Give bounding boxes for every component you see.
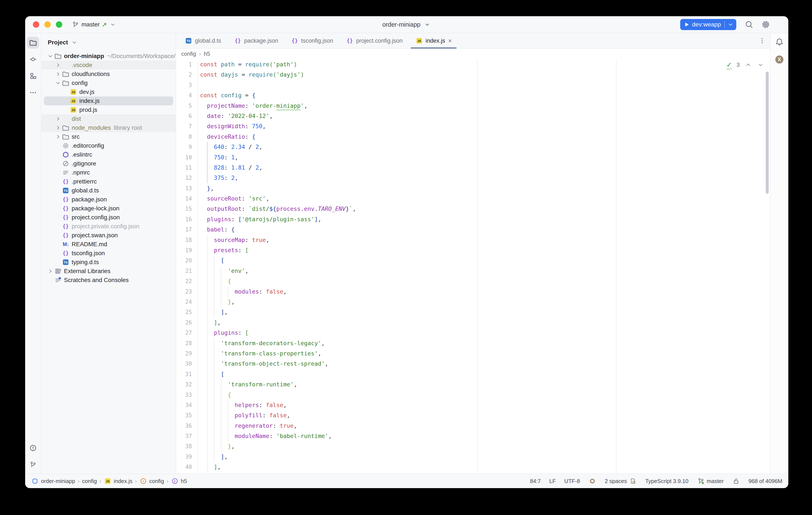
tree-item-dev.js[interactable]: JSdev.js xyxy=(41,87,176,97)
code-line-text[interactable]: const config = { xyxy=(198,90,770,101)
line-number[interactable]: 40 xyxy=(176,462,198,472)
code-line-text[interactable]: regenerator: true, xyxy=(198,421,770,431)
project-panel-header[interactable]: Project xyxy=(41,33,176,52)
vcs-widget[interactable]: master ↗ xyxy=(71,21,117,28)
code-line-text[interactable]: const path = require('path') xyxy=(198,59,770,70)
line-number[interactable]: 35 xyxy=(176,410,198,421)
line-number[interactable]: 5 xyxy=(176,101,198,111)
zoom-window-button[interactable] xyxy=(56,21,62,28)
status-breadcrumb-config[interactable]: vconfig xyxy=(140,477,164,485)
tree-item-dist[interactable]: dist xyxy=(41,114,176,123)
line-number[interactable]: 12 xyxy=(176,173,198,183)
code-line-text[interactable]: plugins: [ xyxy=(198,328,770,338)
tree-item-.prettierrc[interactable]: {}.prettierrc xyxy=(41,177,176,186)
code-line-text[interactable]: helpers: false, xyxy=(198,400,770,410)
notifications-bell-icon[interactable] xyxy=(776,38,783,46)
code-line-text[interactable]: outputRoot: `dist/${process.env.TARO_ENV… xyxy=(198,204,770,214)
tree-item-package.json[interactable]: {}package.json xyxy=(41,195,176,204)
line-number[interactable]: 9 xyxy=(176,142,198,152)
line-number[interactable]: 23 xyxy=(176,287,198,297)
encoding[interactable]: UTF-8 xyxy=(564,478,580,485)
code-line-text[interactable]: 'env', xyxy=(198,266,770,276)
tree-item-node_modules[interactable]: node_moduleslibrary root xyxy=(41,123,176,132)
line-number[interactable]: 36 xyxy=(176,421,198,431)
tree-item-project.swan.json[interactable]: {}project.swan.json xyxy=(41,231,176,240)
tree-item-order-miniapp[interactable]: order-miniapp~/Documents/Workspace/ xyxy=(41,52,176,61)
tree-item-README.md[interactable]: M↓README.md xyxy=(41,240,176,249)
tool-strip-project-folder-button[interactable] xyxy=(27,37,39,49)
line-number[interactable]: 39 xyxy=(176,452,198,462)
code-line-text[interactable]: date: '2022-04-12', xyxy=(198,111,770,121)
status-breadcrumb-index.js[interactable]: JSindex.js xyxy=(104,477,133,485)
tab-package.json[interactable]: {}package.json xyxy=(228,33,285,48)
line-number[interactable]: 10 xyxy=(176,152,198,163)
tree-item-tsconfig.json[interactable]: {}tsconfig.json xyxy=(41,249,176,258)
line-number[interactable]: 34 xyxy=(176,400,198,410)
close-window-button[interactable] xyxy=(33,21,39,28)
line-number[interactable]: 16 xyxy=(176,214,198,224)
caret-position[interactable]: 84:7 xyxy=(530,478,541,485)
line-number[interactable]: 14 xyxy=(176,193,198,204)
code-line-text[interactable]: { xyxy=(198,276,770,286)
tab-tsconfig.json[interactable]: {}tsconfig.json xyxy=(285,33,340,48)
tree-item-src[interactable]: src xyxy=(41,132,176,141)
tool-strip-branch-button[interactable] xyxy=(27,459,39,471)
search-icon[interactable] xyxy=(745,21,753,28)
run-options-chevron[interactable] xyxy=(725,22,736,27)
line-number[interactable]: 24 xyxy=(176,297,198,307)
code-line-text[interactable]: projectName: 'order-miniapp', xyxy=(198,101,770,111)
chevron-right-icon[interactable] xyxy=(54,125,62,130)
line-number[interactable]: 1 xyxy=(176,59,198,70)
tree-item-package-lock.json[interactable]: {}package-lock.json xyxy=(41,204,176,213)
line-number[interactable]: 33 xyxy=(176,390,198,400)
code-line-text[interactable]: ], xyxy=(198,318,770,328)
line-number[interactable]: 21 xyxy=(176,266,198,276)
line-number[interactable]: 6 xyxy=(176,111,198,121)
tree-item-global.d.ts[interactable]: TSglobal.d.ts xyxy=(41,186,176,195)
code-line-text[interactable]: plugins: ['@tarojs/plugin-sass'], xyxy=(198,214,770,224)
tree-item-.eslintrc[interactable]: .eslintrc xyxy=(41,150,176,159)
line-number[interactable]: 15 xyxy=(176,204,198,214)
minimize-window-button[interactable] xyxy=(45,21,51,28)
tool-strip-structure-button[interactable] xyxy=(27,70,39,82)
line-number[interactable]: 29 xyxy=(176,348,198,359)
code-line-text[interactable]: [ xyxy=(198,255,770,266)
code-line-text[interactable]: { xyxy=(198,390,770,400)
breadcrumb-item-h5[interactable]: h5 xyxy=(204,51,210,57)
code-line-text[interactable]: designWidth: 750, xyxy=(198,121,770,131)
tab-global.d.ts[interactable]: TSglobal.d.ts xyxy=(178,33,228,48)
code-line-text[interactable] xyxy=(198,80,770,90)
line-number[interactable]: 20 xyxy=(176,255,198,266)
tab-options-kebab-icon[interactable] xyxy=(759,37,765,44)
code-line-text[interactable]: sourceRoot: 'src', xyxy=(198,193,770,204)
code-line-text[interactable]: deviceRatio: { xyxy=(198,132,770,142)
scrollbar-thumb[interactable] xyxy=(766,72,769,194)
tree-item-config[interactable]: config xyxy=(41,79,176,87)
line-number[interactable]: 17 xyxy=(176,224,198,235)
highlight-level[interactable] xyxy=(588,477,596,485)
tab-project.config.json[interactable]: {}project.config.json xyxy=(340,33,409,48)
line-number[interactable]: 7 xyxy=(176,121,198,131)
code-line-text[interactable]: }, xyxy=(198,297,770,307)
chevron-right-icon[interactable] xyxy=(54,72,62,77)
tree-item-.gitignore[interactable]: .gitignore xyxy=(41,159,176,168)
code-line-text[interactable]: 'transform-runtime', xyxy=(198,379,770,389)
status-breadcrumb-order-miniapp[interactable]: order-miniapp xyxy=(31,477,75,485)
line-number[interactable]: 3 xyxy=(176,80,198,90)
code-line-text[interactable]: 'transform-object-rest-spread', xyxy=(198,359,770,369)
tree-item-Scratches and Consoles[interactable]: Scratches and Consoles xyxy=(41,276,176,284)
code-line-text[interactable]: 375: 2, xyxy=(198,173,770,183)
chevron-down-icon[interactable] xyxy=(54,80,62,85)
tree-item-prod.js[interactable]: JSprod.js xyxy=(41,105,176,114)
line-number[interactable]: 27 xyxy=(176,328,198,338)
code-editor[interactable]: 1const path = require('path')2const dayj… xyxy=(176,59,770,473)
memory-indicator[interactable]: 968 of 4096M xyxy=(749,478,782,485)
gear-icon[interactable] xyxy=(762,21,770,28)
code-line-text[interactable]: 'transform-decorators-legacy', xyxy=(198,338,770,348)
chevron-right-icon[interactable] xyxy=(54,116,62,121)
typescript-version[interactable]: TypeScript 3.9.10 xyxy=(645,478,688,485)
tree-item-project.config.json[interactable]: {}project.config.json xyxy=(41,213,176,222)
code-line-text[interactable]: ], xyxy=(198,307,770,317)
line-number[interactable]: 11 xyxy=(176,163,198,173)
code-line-text[interactable]: presets: [ xyxy=(198,245,770,255)
